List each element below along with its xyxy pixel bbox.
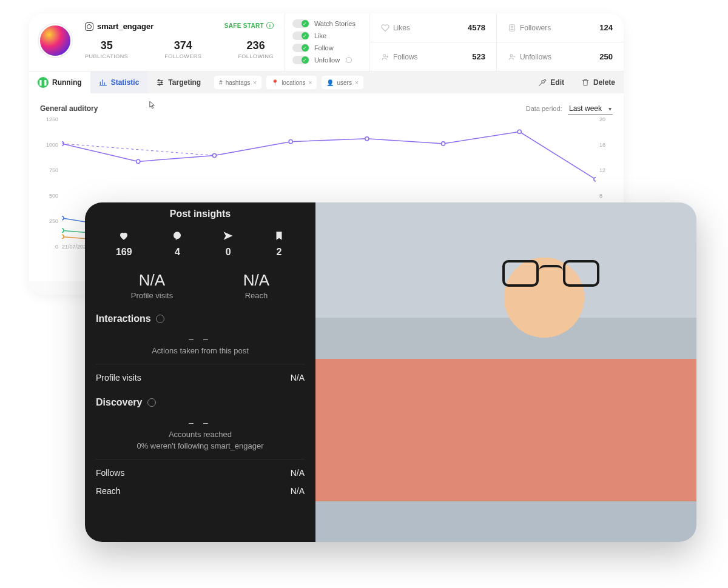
close-icon[interactable]: ×	[253, 79, 257, 86]
toggle-follow[interactable]: Follow	[292, 44, 362, 52]
row-value: N/A	[291, 373, 305, 383]
tick: 16	[599, 142, 610, 148]
edit-button[interactable]: Edit	[530, 78, 573, 87]
metric-label: FOLLOWING	[238, 53, 274, 59]
send-icon	[223, 230, 234, 241]
svg-point-1	[511, 26, 513, 27]
svg-point-13	[517, 130, 521, 133]
toggle-like[interactable]: Like	[292, 32, 362, 40]
avatar[interactable]	[39, 24, 72, 57]
tick: 12	[599, 167, 610, 173]
stat-value: 523	[472, 52, 485, 61]
row-label: Reach	[96, 486, 120, 496]
wrench-icon	[538, 78, 547, 87]
y-axis-left: 1250 1000 750 500 250 0	[42, 116, 58, 250]
buttonab-label: Edit	[550, 78, 564, 87]
user-minus-icon	[508, 53, 516, 61]
post-insights-panel: Post insights 169 4 0 2 N/A Profile	[85, 202, 315, 542]
discovery-subtitle-2: 0% weren't following smart_engager	[96, 441, 305, 450]
svg-line-39	[62, 144, 214, 156]
dashboard-header: smart_engager SAFE START i 35 PUBLICATIO…	[29, 13, 624, 72]
insights-big-stats: N/A Profile visits N/A Reach	[96, 271, 305, 300]
chip-label: hashtags	[226, 79, 251, 86]
section-discovery: Discovery	[96, 397, 305, 408]
stat-comments: 4	[172, 230, 183, 258]
switch-icon[interactable]	[292, 56, 309, 64]
close-icon[interactable]: ×	[355, 79, 359, 86]
tick: 1000	[42, 142, 58, 148]
stat-follows: Follows 523	[370, 42, 497, 71]
svg-point-3	[510, 54, 513, 56]
stat-value: 250	[599, 52, 613, 61]
hash-icon: #	[219, 79, 223, 86]
toggle-label: Follow	[314, 44, 334, 52]
bookmark-icon	[274, 230, 285, 241]
big-value: N/A	[243, 271, 269, 290]
chip-users[interactable]: 👤users×	[322, 76, 363, 89]
info-icon[interactable]	[346, 57, 352, 63]
chip-locations[interactable]: 📍locations×	[266, 76, 317, 89]
svg-point-15	[62, 216, 64, 220]
username[interactable]: smart_engager	[97, 22, 153, 31]
cursor-icon	[149, 101, 155, 109]
user-icon: 👤	[326, 79, 334, 86]
dashes: – –	[96, 334, 305, 344]
toggle-unfollow[interactable]: Unfollow	[292, 56, 362, 64]
svg-point-10	[289, 140, 292, 144]
info-icon[interactable]	[147, 398, 156, 407]
svg-point-31	[62, 235, 64, 238]
insights-title: Post insights	[96, 209, 305, 219]
stat-label: Follows	[393, 53, 418, 61]
video-frame[interactable]	[315, 202, 696, 542]
svg-point-5	[161, 82, 163, 83]
comment-icon	[172, 230, 183, 241]
svg-point-14	[594, 178, 596, 181]
metric-publications: 35 PUBLICATIONS	[85, 39, 128, 59]
delete-button[interactable]: Delete	[573, 78, 624, 87]
toggle-label: Unfollow	[314, 56, 340, 64]
switch-icon[interactable]	[292, 19, 309, 28]
chip-hashtags[interactable]: #hashtags×	[214, 76, 261, 89]
tab-running[interactable]: ❚❚ Running	[29, 72, 90, 93]
section-interactions: Interactions	[96, 313, 305, 324]
toggle-watch-stories[interactable]: Watch Stories	[292, 19, 362, 28]
info-icon[interactable]	[156, 315, 164, 323]
heart-icon	[118, 230, 129, 241]
big-label: Reach	[243, 291, 269, 300]
svg-point-2	[383, 54, 386, 56]
person-glasses	[502, 260, 599, 289]
heart-icon	[381, 24, 389, 32]
row-value: N/A	[291, 486, 305, 496]
stat-unfollows: Unfollows 250	[497, 42, 624, 71]
svg-point-9	[212, 154, 216, 158]
tab-statistic[interactable]: Statistic	[90, 72, 148, 93]
row-value: N/A	[291, 468, 305, 478]
stat-saves: 2	[274, 230, 285, 258]
metric-followers: 374 FOLLOWERS	[164, 39, 201, 59]
tab-label: Running	[52, 78, 82, 87]
discovery-subtitle-1: Accounts reached	[96, 430, 305, 439]
chart-title: General auditory	[40, 104, 98, 113]
metric-label: FOLLOWERS	[164, 53, 201, 59]
stat-likes: Likes 4578	[370, 13, 497, 42]
tab-targeting[interactable]: Targeting	[147, 72, 209, 93]
row-profile-visits: Profile visits N/A	[96, 364, 305, 391]
insights-mini-stats: 169 4 0 2	[96, 230, 305, 258]
period-select[interactable]: Last week	[568, 103, 613, 115]
big-value: N/A	[131, 271, 173, 290]
svg-point-4	[158, 79, 160, 81]
svg-point-11	[365, 137, 369, 141]
close-icon[interactable]: ×	[309, 79, 312, 86]
pause-icon: ❚❚	[38, 77, 49, 88]
switch-icon[interactable]	[292, 32, 309, 40]
dashes: – –	[96, 418, 305, 427]
svg-point-6	[159, 84, 160, 85]
stat-value: 0	[223, 247, 234, 258]
switch-icon[interactable]	[292, 44, 309, 52]
info-icon[interactable]: i	[266, 22, 274, 29]
tick: 0	[42, 244, 58, 250]
toggle-label: Like	[314, 32, 326, 39]
row-follows: Follows N/A	[96, 459, 305, 486]
tabs-bar: ❚❚ Running Statistic Targeting #hashtags…	[29, 72, 624, 93]
period-label: Data period:	[526, 105, 562, 112]
